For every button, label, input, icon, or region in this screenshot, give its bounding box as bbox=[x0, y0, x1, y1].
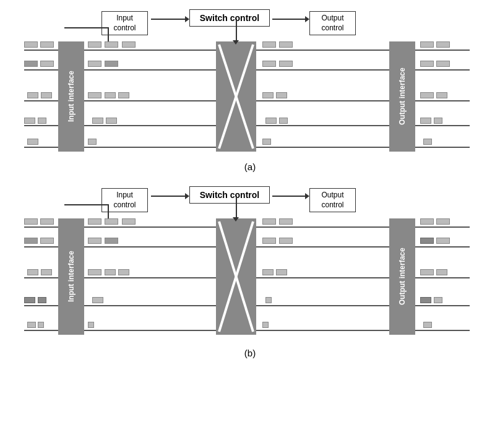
diagram-a-label: (a) bbox=[244, 162, 256, 172]
arrow-a-1 bbox=[151, 19, 188, 20]
input-interface-a: Input interface bbox=[58, 41, 84, 152]
output-control-a: Output control bbox=[309, 11, 356, 35]
switch-fabric-b bbox=[216, 218, 256, 335]
switch-control-a: Switch control bbox=[189, 9, 270, 27]
diagram-b-section: Input control Switch control Output cont… bbox=[9, 183, 491, 358]
switch-control-b: Switch control bbox=[189, 186, 270, 204]
network-area-a: Input interface Output interface bbox=[24, 38, 476, 159]
diagram-a-section: Input control Switch control Output cont… bbox=[9, 6, 491, 172]
network-area-b: Input interface Output interface bbox=[24, 215, 476, 345]
output-interface-b: Output interface bbox=[389, 218, 415, 335]
main-container: Input control Switch control Output cont… bbox=[0, 0, 500, 448]
switch-fabric-a bbox=[216, 41, 256, 152]
diagram-b-label: (b) bbox=[244, 348, 256, 358]
output-interface-a: Output interface bbox=[389, 41, 415, 152]
input-interface-b: Input interface bbox=[58, 218, 84, 335]
output-control-b: Output control bbox=[309, 188, 356, 212]
